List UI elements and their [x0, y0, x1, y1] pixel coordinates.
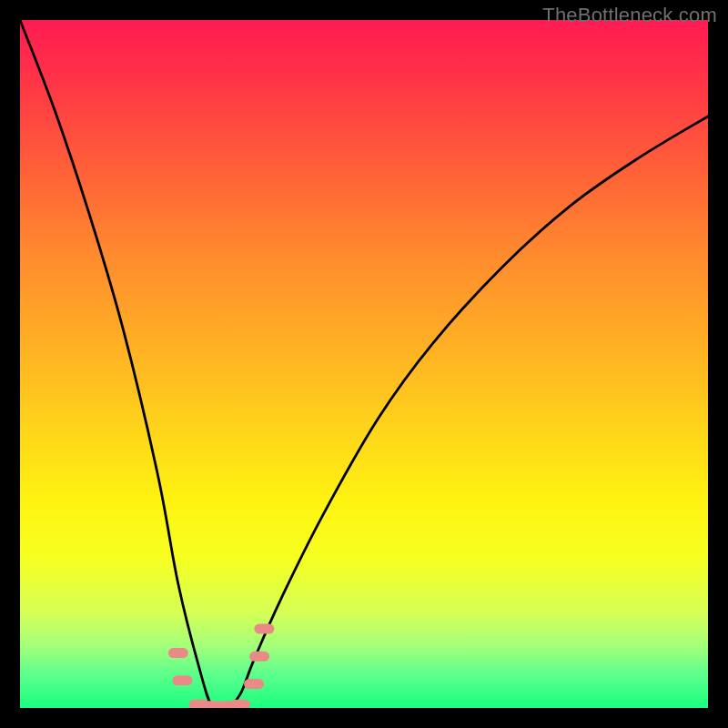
- marker-layer: [168, 624, 275, 708]
- curve-marker: [230, 700, 250, 708]
- plot-area: [20, 20, 708, 708]
- curve-marker: [172, 675, 192, 685]
- chart-overlay: [20, 20, 708, 708]
- bottleneck-curve: [20, 20, 708, 708]
- curve-marker: [244, 679, 264, 689]
- curve-marker: [254, 624, 274, 634]
- chart-stage: TheBottleneck.com: [0, 0, 728, 728]
- watermark-text: TheBottleneck.com: [542, 4, 717, 27]
- curve-marker: [168, 648, 188, 658]
- curve-marker: [249, 652, 269, 662]
